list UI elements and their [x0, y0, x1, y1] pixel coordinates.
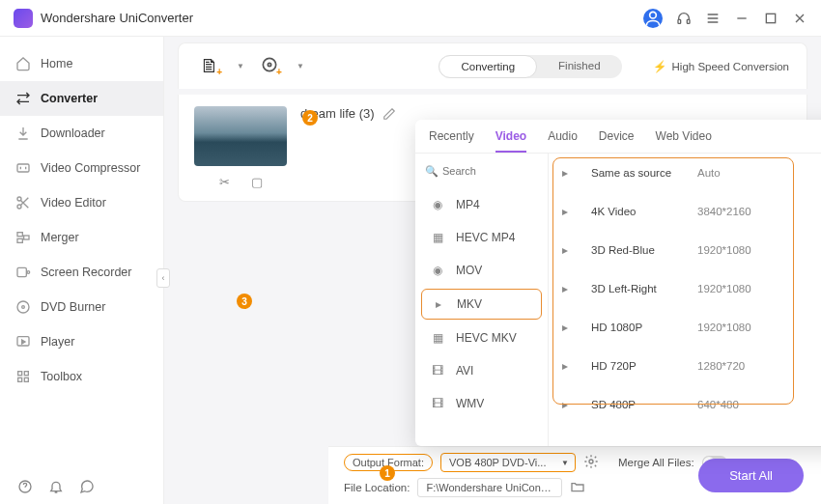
format-label: MP4 [456, 198, 480, 211]
sidebar-item-compressor[interactable]: Video Compressor [0, 151, 163, 185]
fmt-tab-audio[interactable]: Audio [548, 129, 578, 153]
merge-icon [15, 230, 31, 245]
format-item-wmv[interactable]: 🎞WMV [415, 387, 548, 420]
sidebar-item-downloader[interactable]: Downloader [0, 116, 163, 151]
sidebar-item-recorder[interactable]: Screen Recorder [0, 255, 163, 290]
sidebar-item-toolbox[interactable]: Toolbox [0, 359, 163, 394]
fmt-tab-device[interactable]: Device [599, 129, 635, 153]
sidebar-item-label: Toolbox [41, 370, 82, 383]
crop-icon[interactable]: ▢ [249, 174, 265, 189]
sidebar-item-label: Video Editor [41, 196, 106, 210]
output-format-value: VOB 480P DVD-Vi... [449, 457, 546, 468]
file-location-value: F:\Wondershare UniConverter [417, 478, 562, 497]
disc-icon [15, 299, 31, 315]
preset-name: SD 480P [591, 399, 697, 410]
preset-row[interactable]: ▸Same as sourceAuto [549, 154, 821, 192]
titlebar: Wondershare UniConverter [0, 0, 821, 37]
preset-row[interactable]: ▸4K Video3840*2160 [549, 192, 821, 231]
video-icon: ▸ [562, 359, 580, 373]
preset-row[interactable]: ▸HD 1080P1920*1080 [549, 308, 821, 347]
format-search-input[interactable] [425, 161, 538, 181]
preset-row[interactable]: ▸SD 480P640*480 [549, 385, 821, 424]
sidebar-item-label: Home [41, 57, 72, 70]
svg-rect-15 [18, 372, 22, 376]
format-item-mkv[interactable]: ▸MKV [421, 289, 542, 320]
format-item-hevc-mp4[interactable]: ▦HEVC MP4 [415, 221, 548, 254]
app-title: Wondershare UniConverter [41, 11, 193, 25]
add-file-button[interactable]: 🗎 + [196, 53, 223, 80]
svg-rect-4 [17, 164, 29, 172]
preset-name: HD 1080P [591, 322, 697, 333]
format-label: MOV [456, 264, 482, 277]
video-icon: ▸ [562, 243, 580, 257]
high-speed-toggle[interactable]: ⚡ High Speed Conversion [653, 60, 789, 73]
chevron-down-icon[interactable]: ▼ [297, 62, 304, 70]
svg-rect-10 [17, 267, 26, 276]
start-all-button[interactable]: Start All [698, 459, 804, 492]
sidebar-item-merger[interactable]: Merger [0, 220, 163, 255]
format-item-hevc-mkv[interactable]: ▦HEVC MKV [415, 322, 548, 354]
preset-res: 3840*2160 [697, 206, 751, 217]
edit-name-icon[interactable] [382, 107, 396, 121]
plus-icon: + [216, 67, 222, 77]
preset-name: Same as source [591, 167, 697, 179]
sidebar-item-label: Converter [41, 92, 98, 105]
preset-res: 1920*1080 [697, 322, 751, 333]
film-icon: 🎞 [429, 397, 446, 410]
preset-row[interactable]: ▸HD 720P1280*720 [549, 347, 821, 385]
preset-res: 640*480 [697, 399, 739, 410]
sidebar-collapse-handle[interactable]: ‹ [156, 268, 170, 288]
format-item-avi[interactable]: 🎞AVI [415, 354, 548, 387]
preset-row[interactable]: ▸3D Left-Right1920*1080 [549, 269, 821, 308]
format-item-mov[interactable]: ◉MOV [415, 254, 548, 287]
sidebar-item-editor[interactable]: Video Editor [0, 185, 163, 220]
sidebar-item-dvd[interactable]: DVD Burner [0, 290, 163, 324]
svg-rect-9 [24, 236, 29, 239]
preset-list: ▸Same as sourceAuto ▸4K Video3840*2160 ▸… [549, 154, 821, 446]
chevron-down-icon[interactable]: ▼ [237, 62, 244, 70]
help-icon[interactable] [17, 479, 33, 494]
add-disc-button[interactable]: + [256, 53, 283, 80]
sidebar-item-home[interactable]: Home [0, 46, 163, 81]
video-thumbnail[interactable] [194, 106, 287, 166]
menu-icon[interactable] [705, 11, 721, 26]
step-badge-2: 2 [302, 110, 318, 126]
preset-name: HD 720P [591, 360, 697, 372]
tab-finished[interactable]: Finished [537, 55, 621, 78]
settings-icon[interactable] [583, 454, 599, 471]
preset-res: Auto [697, 167, 721, 179]
feedback-icon[interactable] [79, 479, 95, 494]
video-file-icon: ◉ [429, 198, 446, 211]
svg-rect-7 [17, 233, 22, 237]
download-icon [15, 126, 31, 141]
trim-icon[interactable]: ✂ [216, 174, 232, 189]
fmt-tab-web[interactable]: Web Video [656, 129, 712, 153]
preset-res: 1920*1080 [697, 283, 751, 294]
video-icon: ▸ [562, 205, 580, 218]
close-icon[interactable] [792, 11, 807, 26]
output-format-select[interactable]: VOB 480P DVD-Vi... ▼ [440, 453, 576, 472]
tab-converting[interactable]: Converting [439, 55, 537, 78]
format-item-mp4[interactable]: ◉MP4 [415, 188, 548, 221]
preset-row[interactable]: ▸3D Red-Blue1920*1080 [549, 231, 821, 269]
compressor-icon [15, 160, 31, 176]
fmt-tab-recently[interactable]: Recently [429, 129, 474, 153]
format-label: HEVC MKV [456, 331, 517, 345]
headset-icon[interactable] [676, 11, 692, 26]
sidebar-item-label: DVD Burner [41, 300, 105, 314]
svg-point-5 [17, 197, 21, 201]
video-file-icon: ◉ [429, 264, 446, 277]
bell-icon[interactable] [48, 479, 64, 494]
sidebar-item-converter[interactable]: Converter [0, 81, 163, 116]
toolbar: 🗎 + ▼ + ▼ Converting Finished ⚡ High Spe… [178, 42, 807, 89]
minimize-icon[interactable] [734, 11, 750, 26]
svg-rect-8 [17, 238, 22, 242]
user-avatar[interactable] [643, 9, 663, 28]
open-folder-icon[interactable] [570, 479, 585, 496]
format-label: HEVC MP4 [456, 231, 515, 244]
sidebar-item-player[interactable]: Player [0, 324, 163, 359]
video-icon: ▸ [562, 166, 580, 180]
svg-rect-16 [24, 372, 28, 376]
fmt-tab-video[interactable]: Video [495, 129, 526, 153]
maximize-icon[interactable] [763, 11, 779, 26]
